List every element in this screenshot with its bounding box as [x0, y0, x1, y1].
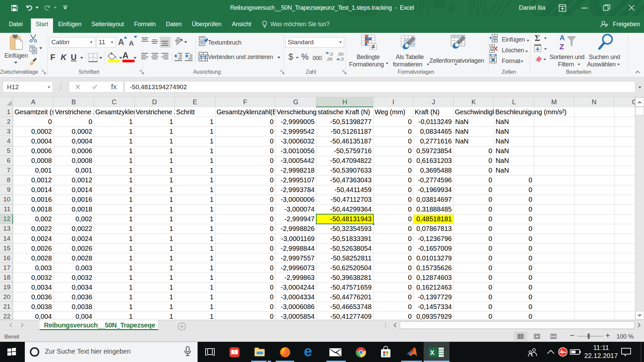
svg-text:,00: ,00	[337, 52, 343, 57]
svg-text:,00: ,00	[326, 57, 332, 62]
svg-text:ab: ab	[173, 36, 181, 44]
svg-text:Σ: Σ	[535, 34, 540, 43]
svg-text:e: e	[304, 343, 312, 359]
svg-text:X: X	[430, 349, 435, 356]
svg-text:,0: ,0	[340, 57, 344, 62]
svg-text:,0: ,0	[329, 52, 333, 57]
svg-text:A: A	[559, 34, 565, 42]
svg-text:Z: Z	[559, 43, 564, 51]
